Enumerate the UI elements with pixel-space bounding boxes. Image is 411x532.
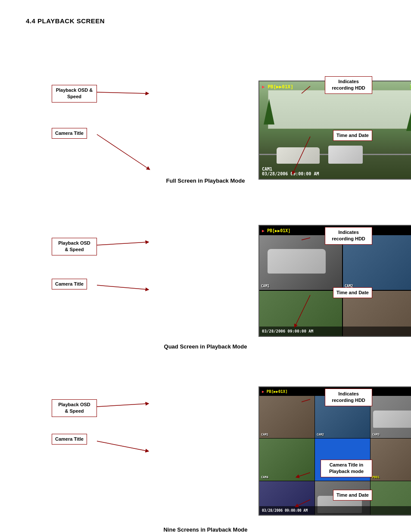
osd-playback-full: ▶ PB[▶▶01X] [262,84,293,90]
nine-screen-section: Playback OSD& Speed Indicatesrecording H… [26,361,385,520]
callout-playback-osd-nine: Playback OSD& Speed [52,399,97,417]
callout-time-date-nine: Time and Date [333,490,372,501]
svg-line-10 [97,441,147,451]
callout-hdd-full: Indicates recording HDD [325,76,372,94]
callout-hdd-nine: Indicatesrecording HDD [325,389,372,406]
svg-line-4 [97,242,147,245]
callout-time-date-full: Time and Date [333,130,372,141]
full-screen-section: Playback OSD & Speed Indicates recording… [26,37,385,171]
nine-cell-1-label: CAM1 [261,433,268,436]
nine-cell-6-label: PB01 [372,476,380,479]
nine-cell-2-label: CAM2 [317,433,324,436]
svg-line-2 [97,134,149,169]
osd-time-full: CAM103/28/2006 09:00:00 AM [262,167,319,176]
osd-hdd-full: 🔋[H] [408,84,411,90]
nine-cell-6: PB01 [371,439,411,481]
nine-cell-3: CAM3 [371,396,411,438]
nine-cell-1: CAM1 [259,396,314,438]
nine-cell-3-label: CAM3 [372,433,380,436]
callout-time-date-quad: Time and Date [333,287,372,298]
callout-camera-title-quad: Camera Title [52,279,87,289]
callout-hdd-quad: Indicatesrecording HDD [325,227,372,245]
quad-cell-1-label: CAM1 [261,284,269,288]
svg-line-0 [97,92,147,93]
nine-cell-4-label: CAM4 [261,476,268,479]
callout-camera-title-full: Camera Title [52,128,87,139]
quad-screen-caption: Quad Screen in Playback Mode [26,343,385,350]
nine-screen-caption: Nine Screens in Playback Mode [26,526,385,532]
callout-camera-title-pb-nine: Camera Title inPlayback mode [321,460,372,477]
callout-playback-osd-full: Playback OSD & Speed [52,85,97,103]
page-title: 4.4 PLAYBACK SCREEN [26,17,385,25]
nine-cell-4: CAM4 [259,439,314,481]
quad-screen-section: Playback OSD& Speed Indicatesrecording H… [26,195,385,337]
svg-line-6 [97,285,147,289]
callout-playback-osd-quad: Playback OSD& Speed [52,238,97,255]
callout-camera-title-nine: Camera Title [52,434,87,445]
svg-line-8 [97,404,147,407]
